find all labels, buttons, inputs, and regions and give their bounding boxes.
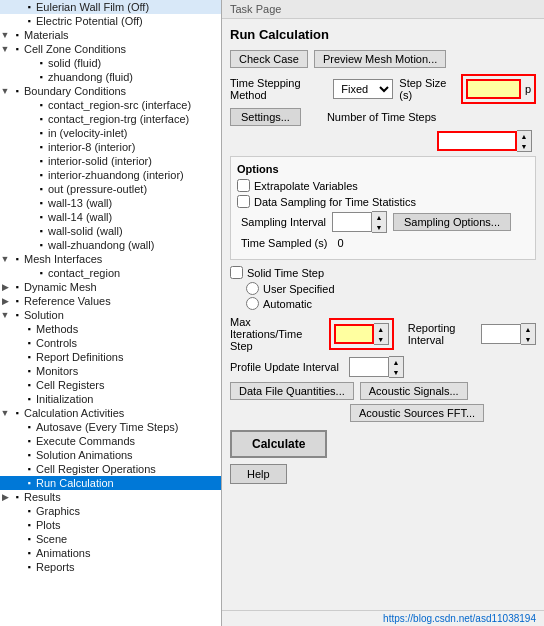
tree-icon: ▪ <box>34 72 48 82</box>
tree-item-solution-animations[interactable]: ▪Solution Animations <box>0 448 221 462</box>
tree-item-cell-registers[interactable]: ▪Cell Registers <box>0 378 221 392</box>
tree-item-run-calculation[interactable]: ▪Run Calculation <box>0 476 221 490</box>
tree-item-wall-zhuandong[interactable]: ▪wall-zhuandong (wall) <box>0 238 221 252</box>
tree-item-wall-solid[interactable]: ▪wall-solid (wall) <box>0 224 221 238</box>
sampling-options-button[interactable]: Sampling Options... <box>393 213 511 231</box>
extrapolate-checkbox[interactable] <box>237 179 250 192</box>
preview-mesh-button[interactable]: Preview Mesh Motion... <box>314 50 446 68</box>
panel-title: Run Calculation <box>230 27 536 42</box>
tree-icon: ▪ <box>34 128 48 138</box>
tree-label: Run Calculation <box>36 477 114 489</box>
help-button[interactable]: Help <box>230 464 287 484</box>
sampling-interval-up[interactable]: ▲ <box>372 212 386 222</box>
tree-label: wall-13 (wall) <box>48 197 112 209</box>
profile-update-down[interactable]: ▼ <box>389 367 403 377</box>
solid-timestep-checkbox[interactable] <box>230 266 243 279</box>
reporting-interval-up[interactable]: ▲ <box>521 324 535 334</box>
tree-item-electric-potential[interactable]: ▪Electric Potential (Off) <box>0 14 221 28</box>
tree-item-wall-14[interactable]: ▪wall-14 (wall) <box>0 210 221 224</box>
data-file-button[interactable]: Data File Quantities... <box>230 382 354 400</box>
tree-label: interior-solid (interior) <box>48 155 152 167</box>
help-section: Help <box>230 464 536 484</box>
acoustic-signals-button[interactable]: Acoustic Signals... <box>360 382 468 400</box>
tree-icon: ▪ <box>34 212 48 222</box>
calculate-button[interactable]: Calculate <box>230 430 327 458</box>
tree-item-reports[interactable]: ▪Reports <box>0 560 221 574</box>
tree-item-dynamic-mesh[interactable]: ▶▪Dynamic Mesh <box>0 280 221 294</box>
reporting-interval-spinner: 1 ▲ ▼ <box>481 323 536 345</box>
tree-icon: ▪ <box>10 254 24 264</box>
tree-item-methods[interactable]: ▪Methods <box>0 322 221 336</box>
max-iters-up[interactable]: ▲ <box>374 324 388 334</box>
tree-item-scene[interactable]: ▪Scene <box>0 532 221 546</box>
tree-item-wall-13[interactable]: ▪wall-13 (wall) <box>0 196 221 210</box>
tree-item-monitors[interactable]: ▪Monitors <box>0 364 221 378</box>
profile-update-input[interactable]: 1 <box>349 357 389 377</box>
tree-label: Methods <box>36 323 78 335</box>
data-sampling-checkbox[interactable] <box>237 195 250 208</box>
num-steps-input[interactable]: 2000 <box>437 131 517 151</box>
settings-button[interactable]: Settings... <box>230 108 301 126</box>
sampling-interval-down[interactable]: ▼ <box>372 222 386 232</box>
tree-item-report-definitions[interactable]: ▪Report Definitions <box>0 350 221 364</box>
tree-item-contact-region[interactable]: ▪contact_region <box>0 266 221 280</box>
tree-item-materials[interactable]: ▼▪Materials <box>0 28 221 42</box>
tree-label: Graphics <box>36 505 80 517</box>
automatic-radio[interactable] <box>246 297 259 310</box>
status-bar: https://blog.csdn.net/asd11038194 <box>222 610 544 626</box>
profile-update-up[interactable]: ▲ <box>389 357 403 367</box>
tree-item-plots[interactable]: ▪Plots <box>0 518 221 532</box>
max-iters-down[interactable]: ▼ <box>374 334 388 344</box>
tree-label: solid (fluid) <box>48 57 101 69</box>
tree-item-contact-region-trg[interactable]: ▪contact_region-trg (interface) <box>0 112 221 126</box>
tree-item-controls[interactable]: ▪Controls <box>0 336 221 350</box>
acoustic-sources-button[interactable]: Acoustic Sources FFT... <box>350 404 484 422</box>
check-case-button[interactable]: Check Case <box>230 50 308 68</box>
tree-icon: ▪ <box>22 436 36 446</box>
num-steps-up[interactable]: ▲ <box>517 131 531 141</box>
reporting-interval-down[interactable]: ▼ <box>521 334 535 344</box>
tree-item-animations[interactable]: ▪Animations <box>0 546 221 560</box>
tree-item-graphics[interactable]: ▪Graphics <box>0 504 221 518</box>
tree-label: wall-zhuandong (wall) <box>48 239 154 251</box>
tree-icon: ▪ <box>34 198 48 208</box>
tree-item-zhuandong-fluid[interactable]: ▪zhuandong (fluid) <box>0 70 221 84</box>
top-btn-row: Check Case Preview Mesh Motion... <box>230 50 536 68</box>
tree-icon: ▪ <box>10 282 24 292</box>
tree-item-cell-register-ops[interactable]: ▪Cell Register Operations <box>0 462 221 476</box>
tree-item-cell-zone-conditions[interactable]: ▼▪Cell Zone Conditions <box>0 42 221 56</box>
tree-item-interior-zhuandong[interactable]: ▪interior-zhuandong (interior) <box>0 168 221 182</box>
step-size-input[interactable]: 5e-4 <box>466 79 521 99</box>
tree-item-solution[interactable]: ▼▪Solution <box>0 308 221 322</box>
tree-item-initialization[interactable]: ▪Initialization <box>0 392 221 406</box>
data-file-row: Data File Quantities... Acoustic Signals… <box>230 382 536 400</box>
max-iters-input[interactable]: 1 <box>334 324 374 344</box>
tree-item-execute-commands[interactable]: ▪Execute Commands <box>0 434 221 448</box>
tree-item-calculation-activities[interactable]: ▼▪Calculation Activities <box>0 406 221 420</box>
tree-item-solid-fluid[interactable]: ▪solid (fluid) <box>0 56 221 70</box>
tree-item-results[interactable]: ▶▪Results <box>0 490 221 504</box>
reporting-interval-input[interactable]: 1 <box>481 324 521 344</box>
user-specified-radio[interactable] <box>246 282 259 295</box>
tree-item-reference-values[interactable]: ▶▪Reference Values <box>0 294 221 308</box>
sampling-interval-input[interactable]: 1 <box>332 212 372 232</box>
tree-item-interior-solid[interactable]: ▪interior-solid (interior) <box>0 154 221 168</box>
num-steps-row: 2000 ▲ ▼ <box>230 130 532 152</box>
tree-label: contact_region-src (interface) <box>48 99 191 111</box>
tree-item-mesh-interfaces[interactable]: ▼▪Mesh Interfaces <box>0 252 221 266</box>
tree-label: Eulerian Wall Film (Off) <box>36 1 149 13</box>
sampling-interval-row: Sampling Interval 1 ▲ ▼ Sampling Options… <box>241 211 529 233</box>
num-steps-down[interactable]: ▼ <box>517 141 531 151</box>
tree-item-eulerian-wall-film[interactable]: ▪Eulerian Wall Film (Off) <box>0 0 221 14</box>
tree-label: wall-solid (wall) <box>48 225 123 237</box>
tree-item-boundary-conditions[interactable]: ▼▪Boundary Conditions <box>0 84 221 98</box>
tree-item-autosave[interactable]: ▪Autosave (Every Time Steps) <box>0 420 221 434</box>
tree-item-interior-8[interactable]: ▪interior-8 (interior) <box>0 140 221 154</box>
tree-icon: ▪ <box>22 338 36 348</box>
tree-item-out-pressure[interactable]: ▪out (pressure-outlet) <box>0 182 221 196</box>
tree-icon: ▪ <box>22 394 36 404</box>
tree-item-in-velocity-inlet[interactable]: ▪in (velocity-inlet) <box>0 126 221 140</box>
time-stepping-select[interactable]: Fixed Adaptive <box>333 79 393 99</box>
tree-panel: ▪Eulerian Wall Film (Off)▪Electric Poten… <box>0 0 222 626</box>
tree-item-contact-region-src[interactable]: ▪contact_region-src (interface) <box>0 98 221 112</box>
